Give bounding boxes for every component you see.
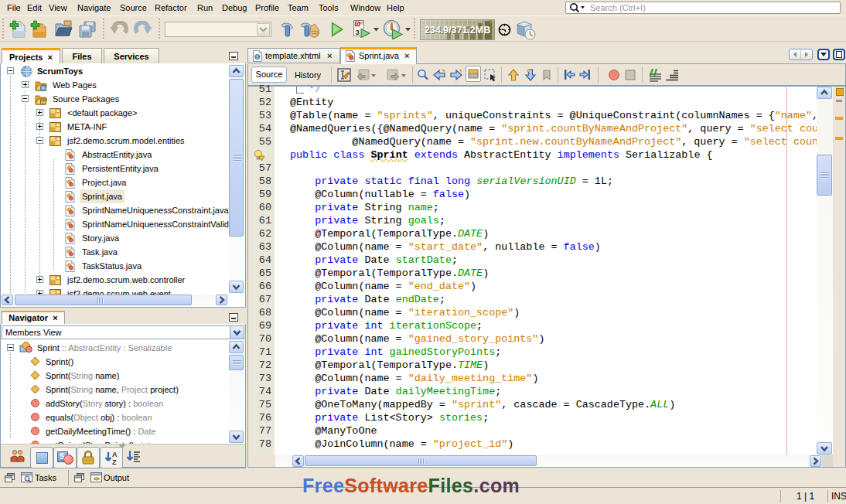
svg-text:3: 3: [356, 28, 360, 36]
svg-text:A: A: [112, 451, 118, 458]
svg-text:Z: Z: [112, 458, 117, 465]
